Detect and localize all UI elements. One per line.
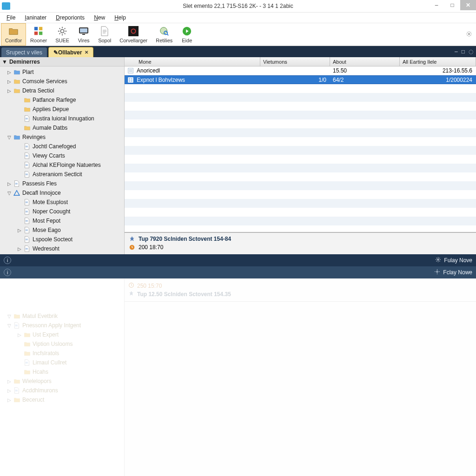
tree-node-label: Revinges bbox=[22, 134, 46, 140]
sidebar-header-label: Deminerres bbox=[9, 59, 40, 65]
menu-ianinater[interactable]: Ianinater bbox=[20, 13, 51, 22]
tree-node[interactable]: Viewy Ccarts bbox=[0, 151, 124, 160]
sidebar-header[interactable]: ▼ Deminerres bbox=[0, 57, 124, 66]
info-icon[interactable]: i bbox=[4, 269, 11, 276]
menu-dreporionts[interactable]: Dreporionts bbox=[51, 13, 89, 22]
tab-restore-icon[interactable]: □ bbox=[462, 48, 465, 55]
status-right-label-2[interactable]: Fclay Nowe bbox=[443, 269, 472, 276]
toolbar-retilies[interactable]: Retilies bbox=[152, 23, 177, 46]
column-header-about[interactable]: About bbox=[330, 57, 400, 66]
tree-node[interactable]: ▷Acddhlmurons bbox=[0, 386, 124, 395]
expander-icon[interactable]: ▷ bbox=[17, 228, 22, 233]
tree-node[interactable]: ▽Revinges bbox=[0, 132, 124, 142]
tree-node[interactable]: Nustira luioral Innugation bbox=[0, 114, 124, 123]
tree-node-label: Beceruct bbox=[22, 397, 44, 403]
blocks-icon bbox=[33, 26, 44, 37]
svg-rect-31 bbox=[26, 221, 28, 222]
folderblue-icon bbox=[13, 68, 20, 76]
expander-icon[interactable]: ▽ bbox=[7, 323, 12, 328]
expander-icon[interactable]: ▷ bbox=[7, 181, 12, 186]
tree-node[interactable]: ▽Pnessonn Apply Intgent bbox=[0, 321, 124, 330]
tree-node[interactable]: Mote Esuplost bbox=[0, 198, 124, 207]
tree-node[interactable]: Patfance Rarfege bbox=[0, 95, 124, 105]
tab-options-icon[interactable]: ◌ bbox=[469, 48, 473, 55]
tab-minimize-icon[interactable]: – bbox=[455, 48, 458, 55]
toolbar-eide[interactable]: Eide bbox=[177, 23, 197, 46]
svg-rect-15 bbox=[26, 119, 28, 119]
tree-node[interactable]: Hcahs bbox=[0, 367, 124, 377]
menubar: FileIaninaterDreporiontsNewHelp bbox=[0, 13, 476, 23]
tree-node-label: Jochtl Canefoged bbox=[33, 143, 76, 150]
column-header-earting[interactable]: All Earting Ilele bbox=[400, 57, 476, 66]
expander-icon[interactable]: ▷ bbox=[7, 79, 12, 84]
tree-node[interactable]: ▷Plart bbox=[0, 67, 124, 77]
tree-node-label: Lspoole Socteot bbox=[33, 236, 73, 243]
status-right-label[interactable]: Fulay Nove bbox=[444, 257, 472, 264]
tree-node[interactable]: ▷Ust Expert bbox=[0, 330, 124, 339]
menu-file[interactable]: File bbox=[2, 13, 20, 22]
tree-node[interactable]: ▷Mose Eago bbox=[0, 225, 124, 235]
tree-node[interactable]: Alchal KEFloinge Natuertes bbox=[0, 160, 124, 170]
folder-icon bbox=[13, 312, 20, 320]
toolbar-sopol[interactable]: Sopol bbox=[94, 23, 115, 46]
expander-icon[interactable]: ▷ bbox=[7, 88, 12, 93]
tree-view: ▷Plart▷Comsole Services▷Detra SectiolPat… bbox=[0, 66, 124, 254]
tree-node-label: Noper Coought bbox=[33, 208, 70, 215]
tree-node[interactable]: Applies Depue bbox=[0, 105, 124, 114]
toolbar-settings-icon[interactable] bbox=[466, 31, 472, 39]
tree-node[interactable]: ▽Matul Evetbrik bbox=[0, 311, 124, 321]
tree-node[interactable]: Jochtl Canefoged bbox=[0, 142, 124, 151]
tree-node[interactable]: ▷Wielelopors bbox=[0, 377, 124, 386]
tree-node[interactable]: Viption Uslooms bbox=[0, 339, 124, 349]
tree-node[interactable]: Astreraniom Sectlcit bbox=[0, 170, 124, 179]
tree-node[interactable]: ▷Detra Sectiol bbox=[0, 86, 124, 95]
menu-help[interactable]: Help bbox=[110, 13, 131, 22]
folder-icon bbox=[8, 26, 19, 37]
menu-new[interactable]: New bbox=[89, 13, 110, 22]
table-row[interactable]: Anoricedl15.50213-16.55.6 bbox=[125, 66, 476, 75]
status-bar-secondary: i Fclay Nowe bbox=[0, 266, 476, 278]
tree-node[interactable]: Limaul Cullret bbox=[0, 358, 124, 367]
tree-node[interactable]: ▷Comsole Services bbox=[0, 77, 124, 86]
tree-node[interactable]: ▷Beceruct bbox=[0, 395, 124, 404]
table-row[interactable]: Expnot l Bohvlzews1/064/21/2000224 bbox=[125, 75, 476, 84]
detail-sub: 200 18:70 bbox=[139, 244, 163, 251]
expander-icon[interactable]: ▷ bbox=[7, 70, 12, 75]
info-icon[interactable]: i bbox=[4, 257, 11, 264]
tree-node-label: Comsole Services bbox=[22, 78, 67, 85]
tab-olllabver[interactable]: ✎ Olllabver✕ bbox=[48, 47, 93, 57]
toolbar-corvellarger[interactable]: Corvellarger bbox=[115, 23, 152, 46]
tree-node[interactable]: Most Fepot bbox=[0, 216, 124, 225]
column-header-mone[interactable]: Mone bbox=[125, 57, 260, 66]
svg-rect-50 bbox=[15, 326, 18, 326]
expander-icon[interactable]: ▷ bbox=[17, 332, 22, 337]
toolbar-suee[interactable]: SUEE bbox=[51, 23, 73, 46]
content-pane: Mone Vietumons About All Earting Ilele A… bbox=[125, 57, 476, 254]
tree-node[interactable]: Aumale Datbs bbox=[0, 123, 124, 132]
tree-node[interactable]: Lspoole Socteot bbox=[0, 235, 124, 244]
status-gear-icon[interactable] bbox=[435, 257, 441, 264]
folder-icon bbox=[23, 124, 31, 132]
toolbar-contfor[interactable]: Contfor bbox=[1, 23, 26, 46]
tree-node[interactable]: ▽Decafl Innojoce bbox=[0, 188, 124, 198]
detail-clock-icon bbox=[128, 244, 136, 251]
toolbar-rooner[interactable]: Rooner bbox=[26, 23, 51, 46]
toolbar-vires[interactable]: Vires bbox=[73, 23, 94, 46]
expander-icon[interactable]: ▷ bbox=[7, 379, 12, 384]
column-header-vietumons[interactable]: Vietumons bbox=[260, 57, 330, 66]
expander-icon[interactable]: ▽ bbox=[7, 314, 12, 319]
expander-icon[interactable]: ▷ bbox=[7, 397, 12, 403]
tab-close-icon[interactable]: ✕ bbox=[85, 50, 88, 55]
expander-icon[interactable]: ▽ bbox=[7, 135, 12, 140]
svg-rect-20 bbox=[26, 165, 28, 165]
expander-icon[interactable]: ▷ bbox=[7, 388, 12, 393]
tree-node[interactable]: ▷Wedresoht bbox=[0, 244, 124, 253]
tree-node[interactable]: Noper Coought bbox=[0, 207, 124, 216]
status-gear-icon[interactable] bbox=[434, 269, 440, 276]
tree-node[interactable]: Incfslratols bbox=[0, 349, 124, 358]
expander-icon[interactable]: ▷ bbox=[17, 246, 22, 251]
tree-node[interactable]: ▷Passesis Fles bbox=[0, 179, 124, 188]
tab-srupect-v-viles[interactable]: Srupect v viles bbox=[1, 47, 47, 57]
grid-body[interactable]: Anoricedl15.50213-16.55.6Expnot l Bohvlz… bbox=[125, 66, 476, 232]
expander-icon[interactable]: ▽ bbox=[7, 191, 12, 196]
